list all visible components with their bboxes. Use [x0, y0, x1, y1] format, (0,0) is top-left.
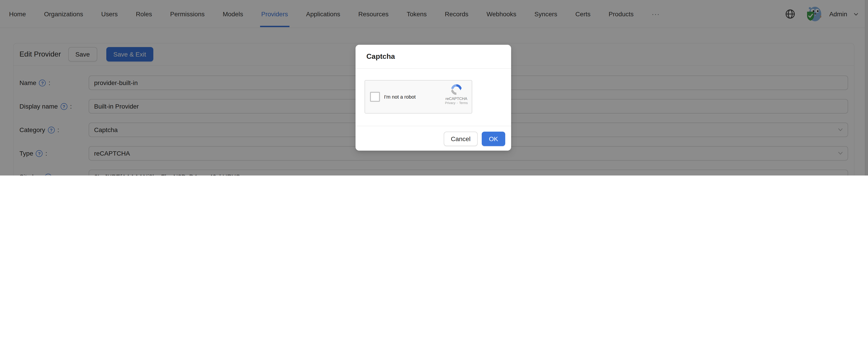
recaptcha-logo-icon: [451, 84, 462, 95]
recaptcha-privacy-terms: Privacy - Terms: [445, 101, 468, 104]
recaptcha-privacy-separator: -: [457, 101, 458, 104]
recaptcha-checkbox-label: I'm not a robot: [384, 81, 416, 113]
recaptcha-brand-block: reCAPTCHA Privacy - Terms: [442, 84, 470, 104]
recaptcha-brand-text: reCAPTCHA: [445, 96, 467, 101]
captcha-modal-footer: Cancel OK: [355, 126, 511, 151]
captcha-modal-title: Captcha: [366, 53, 395, 61]
recaptcha-widget: I'm not a robot reCAPTCHA Privacy - Term…: [365, 80, 472, 114]
cancel-button[interactable]: Cancel: [444, 132, 478, 146]
casdoor-app: Home Organizations Users Roles Permissio…: [0, 0, 868, 176]
captcha-modal-header: Captcha: [355, 45, 511, 69]
recaptcha-privacy-link[interactable]: Privacy: [445, 101, 456, 104]
captcha-modal: Captcha I'm not a robot reCAPTCHA Privac…: [355, 45, 511, 151]
ok-button[interactable]: OK: [482, 132, 505, 146]
recaptcha-checkbox[interactable]: [370, 92, 380, 102]
recaptcha-terms-link[interactable]: Terms: [459, 101, 468, 104]
